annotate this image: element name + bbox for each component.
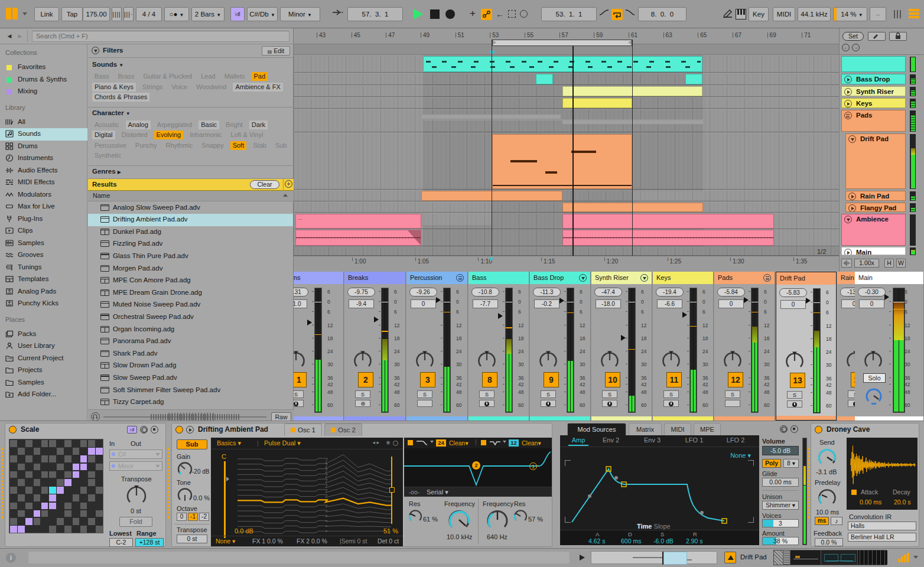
peak-level-display[interactable]: -10.8 xyxy=(471,288,499,296)
sidebar-item-user-library[interactable]: User Library xyxy=(0,340,87,353)
play-button[interactable] xyxy=(414,9,423,19)
filter1-slope[interactable]: 24 xyxy=(436,439,446,447)
mixer-strip-main[interactable]: Main-0.3006061218243036424860Solo xyxy=(855,272,924,421)
scale-grid-cell[interactable] xyxy=(49,526,56,533)
info-icon[interactable]: i xyxy=(6,553,16,563)
pan-knob[interactable] xyxy=(785,351,805,371)
wavetable-circle-icon[interactable] xyxy=(393,441,398,446)
mixer-strip-synth-riser[interactable]: Synth Riser-47.4-18.06061218243036424860… xyxy=(591,272,652,421)
key-icon[interactable]: ♭♯ xyxy=(230,7,245,21)
session-view-toggle-icon[interactable] xyxy=(909,9,919,19)
filter-tag-stab[interactable]: Stab xyxy=(250,141,269,150)
pan-knob[interactable] xyxy=(538,350,558,370)
quantize-menu[interactable]: ○● ▼ xyxy=(164,7,189,21)
solo-button[interactable]: S xyxy=(417,390,432,398)
clip[interactable] xyxy=(562,214,774,229)
sidebar-item-modulators[interactable]: Modulators xyxy=(0,189,87,201)
fit-width-button[interactable]: W xyxy=(896,259,906,268)
punch-out-icon[interactable] xyxy=(624,8,636,20)
scale-grid-cell[interactable] xyxy=(41,510,48,517)
filter-tag-piano-keys[interactable]: Piano & Keys xyxy=(92,83,136,92)
set-button[interactable]: Set xyxy=(842,32,864,41)
filter-tag-soft[interactable]: Soft xyxy=(230,141,247,150)
filter-tag-guitar-plucked[interactable]: Guitar & Plucked xyxy=(141,72,195,81)
unison-voices-value[interactable]: 3 xyxy=(762,519,799,527)
device-preview-icon[interactable] xyxy=(186,426,194,434)
filter2-toggle[interactable] xyxy=(481,440,486,445)
modsrc-tab-midi[interactable]: MIDI xyxy=(664,423,691,435)
wt-semi[interactable]: |Semi 0 st xyxy=(340,537,367,545)
scale-grid-cell[interactable] xyxy=(88,448,95,455)
fold-icon[interactable] xyxy=(579,274,587,282)
monitor-button[interactable] xyxy=(541,400,556,407)
volume-value[interactable]: -5.0 dB xyxy=(762,446,799,455)
scale-grid-cell[interactable] xyxy=(64,526,71,533)
wavetable-list-icon[interactable]: ≡ xyxy=(386,439,390,446)
result-item[interactable]: Tizzy Carpet.adg xyxy=(88,396,293,409)
result-item[interactable]: Orchestral Sweep Pad.adv xyxy=(88,311,293,324)
key-map-button[interactable]: Key xyxy=(749,7,769,21)
wt-fx2[interactable]: FX 2 0.0 % xyxy=(297,537,327,545)
monitor-button[interactable] xyxy=(663,400,679,407)
scale-grid-cell[interactable] xyxy=(88,440,95,447)
sidebar-item-favorites[interactable]: Favorites xyxy=(0,61,87,74)
track-header-rain-pad[interactable]: Rain Pad xyxy=(845,191,906,201)
mixer-strip-header[interactable]: Bass xyxy=(468,272,529,284)
mixer-strip-drums[interactable]: Drums-9.31-11.060612182430364248601S xyxy=(294,272,344,421)
result-item[interactable]: Morgen Pad.adv xyxy=(88,263,293,275)
peak-level-display[interactable]: -9.31 xyxy=(294,288,308,296)
track-number[interactable]: 8 xyxy=(482,372,497,387)
mixer-strip-header[interactable]: Bass Drop xyxy=(530,272,590,284)
scale-grid-cell[interactable] xyxy=(10,526,17,533)
filter-tag-rhythmic[interactable]: Rhythmic xyxy=(164,141,196,150)
scale-grid-cell[interactable] xyxy=(34,510,41,517)
result-item[interactable]: MPE Dream Grain Drone.adg xyxy=(88,287,293,299)
scale-grid-cell[interactable] xyxy=(10,487,17,494)
modsrc-tab-mod-sources[interactable]: Mod Sources xyxy=(567,423,626,435)
sidebar-item-projects[interactable]: Projects xyxy=(0,364,87,377)
attack-toggle[interactable] xyxy=(851,490,857,495)
solo-button[interactable]: S xyxy=(663,390,679,398)
track-number[interactable]: 1 xyxy=(294,372,307,387)
modsrc-subtab-amp[interactable]: Amp xyxy=(568,436,588,446)
mixer-strip-percussion[interactable]: Percussion-9.26060612182430364248603S xyxy=(406,272,468,421)
track-icon-group[interactable] xyxy=(844,112,852,119)
unison-mode-select[interactable]: Shimmer ▾ xyxy=(762,501,799,510)
result-item[interactable]: Panorama Pad.adv xyxy=(88,335,293,348)
scale-grid-cell[interactable] xyxy=(25,503,32,510)
glide-value[interactable]: 0.00 ms xyxy=(762,478,799,487)
scale-grid-cell[interactable] xyxy=(49,471,56,478)
midi-track-indicator[interactable]: – xyxy=(870,7,886,21)
volume-triangle[interactable] xyxy=(806,298,811,304)
release-value[interactable]: 2.90 s xyxy=(686,537,703,545)
track-icon-play[interactable] xyxy=(848,193,856,200)
solo-button[interactable]: S xyxy=(355,390,370,398)
wt-save-icon[interactable] xyxy=(790,425,798,433)
fold-button[interactable]: Fold xyxy=(119,517,152,527)
time-ruler[interactable]: 1:001:051:101:151:201:251:301:35 xyxy=(294,256,839,272)
sub-button[interactable]: Sub xyxy=(177,439,207,449)
add-locator-button[interactable]: + xyxy=(467,8,479,19)
modsrc-subtab-env-[interactable]: Env 3 xyxy=(640,436,664,444)
filter1-dot[interactable]: 1 xyxy=(529,462,537,470)
track-number[interactable]: 10 xyxy=(605,372,620,387)
peak-level-display[interactable]: -11.3 xyxy=(533,288,561,296)
filter-tag-sub[interactable]: Sub xyxy=(273,141,289,150)
monitor-button[interactable] xyxy=(417,400,432,407)
draw-mode-box[interactable] xyxy=(508,10,516,18)
predelay-value[interactable]: 10.0 ms xyxy=(816,509,839,516)
filter-routing[interactable]: Serial ▾ xyxy=(427,488,448,496)
midi-map-button[interactable]: MIDI xyxy=(773,7,795,21)
playback-speed-field[interactable]: 1.00x xyxy=(854,259,879,268)
fold-icon[interactable] xyxy=(640,274,648,282)
filter-tag-punchy[interactable]: Punchy xyxy=(133,141,160,150)
filter-tag-inharmonic[interactable]: Inharmonic xyxy=(187,131,224,139)
solo-button[interactable]: S xyxy=(294,390,304,398)
output-level-icon[interactable] xyxy=(898,553,911,562)
groove-amount-menu[interactable]: 2 Bars ▼ xyxy=(191,7,225,21)
crossfade-knob[interactable] xyxy=(864,386,883,405)
clip[interactable] xyxy=(685,74,702,84)
scale-grid-cell[interactable] xyxy=(73,464,80,471)
scale-grid-cell[interactable] xyxy=(34,518,41,525)
scale-grid-cell[interactable] xyxy=(18,479,25,486)
